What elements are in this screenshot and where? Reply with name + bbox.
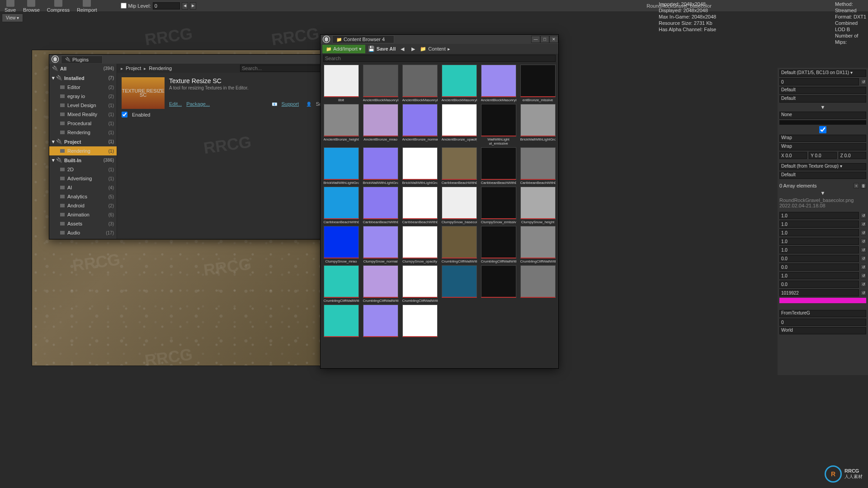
hex-input[interactable] <box>779 289 859 296</box>
cat-installed[interactable]: ▾ 🔌 Installed(7) <box>49 73 117 83</box>
asset-item[interactable]: ClumpySnow_mrao <box>322 226 360 263</box>
value-spinner[interactable] <box>779 238 859 245</box>
asset-item[interactable] <box>519 265 557 303</box>
reimport-button[interactable]: Reimport <box>75 0 99 14</box>
texgroup-dropdown[interactable]: Default (from Texture Group) ▾ <box>779 163 866 170</box>
x-input[interactable] <box>779 152 807 159</box>
asset-item[interactable]: ClumpySnow_opacity <box>401 226 439 263</box>
wrap-x-dropdown[interactable]: Wrap <box>779 135 866 142</box>
asset-item[interactable]: AncientBronze_normal <box>401 104 439 145</box>
asset-item[interactable] <box>322 305 360 338</box>
sidebar-item[interactable]: Analytics(5) <box>49 192 117 201</box>
crumb-rendering[interactable]: Rendering <box>149 66 172 71</box>
view-dropdown[interactable]: View ▾ <box>2 14 23 22</box>
cb-maximize-button[interactable]: □ <box>540 36 549 43</box>
asset-item[interactable]: entBronze_missive <box>519 65 557 102</box>
sidebar-item[interactable]: 2D(1) <box>49 165 117 174</box>
asset-item[interactable]: CrumblingCliffWallWithShrubs_baseco <box>440 226 478 263</box>
asset-item[interactable]: CaribbeanBeachWithDebris_basec <box>440 147 478 185</box>
plugins-tab[interactable]: 🔌 Plugins <box>61 56 103 63</box>
cb-close-button[interactable]: ✕ <box>549 36 558 43</box>
crumb-project[interactable]: Project <box>126 66 141 71</box>
asset-item[interactable]: CrumblingCliffWallWithShrubs_mrao <box>322 265 360 303</box>
asset-item[interactable]: BrickWallWithLightGrout_opacity <box>401 147 439 185</box>
fromtex-dropdown[interactable]: FromTextureG <box>779 310 866 317</box>
sidebar-item[interactable]: Editor(2) <box>49 83 117 92</box>
compress-button[interactable]: Compress <box>45 0 71 14</box>
mip-prev-button[interactable]: ◀ <box>182 2 188 9</box>
sidebar-item[interactable]: Mixed Reality(1) <box>49 110 117 119</box>
cb-tab[interactable]: 📁 Content Browser 4 <box>332 35 394 43</box>
cb-minimize-button[interactable]: — <box>531 36 540 43</box>
plugin-enabled-checkbox[interactable] <box>122 112 127 117</box>
mip-value-input[interactable] <box>153 2 180 9</box>
asset-item[interactable]: CaribbeanBeachWithDebris_emissive <box>480 147 517 185</box>
sidebar-item[interactable]: Level Design(1) <box>49 101 117 110</box>
asset-item[interactable] <box>362 305 399 338</box>
sidebar-item[interactable]: Rendering(1) <box>49 146 117 155</box>
default-dropdown-1[interactable]: Default <box>779 87 866 94</box>
asset-item[interactable]: CrumblingCliffWallWithShrubs_opacity <box>401 265 439 303</box>
value-spinner[interactable] <box>779 229 859 236</box>
sidebar-item[interactable]: Augmented Real(12) <box>49 237 117 239</box>
cat-project[interactable]: ▾ 🔌 Project(1) <box>49 137 117 146</box>
sidebar-item[interactable]: Assets(3) <box>49 219 117 228</box>
sidebar-item[interactable]: Rendering(1) <box>49 128 117 137</box>
mip-next-button[interactable]: ▶ <box>190 2 196 9</box>
sidebar-item[interactable]: Animation(6) <box>49 210 117 219</box>
asset-item[interactable]: ClumpySnow_emissive <box>480 187 517 224</box>
default-dropdown-3[interactable]: Default <box>779 172 866 179</box>
sidebar-item[interactable]: AI(4) <box>49 183 117 192</box>
asset-item[interactable]: AncientBlockMasonryDark_height <box>401 65 439 102</box>
asset-item[interactable]: AncientBlockMasonryDark_normal <box>480 65 517 102</box>
detail-checkbox[interactable] <box>779 126 866 133</box>
asset-item[interactable]: ClumpySnow_basecolor <box>440 187 478 224</box>
value-spinner[interactable] <box>779 221 859 228</box>
value-spinner[interactable] <box>779 281 859 288</box>
asset-item[interactable]: AncientBronze_mrao <box>362 104 399 145</box>
back-button[interactable]: ◀ <box>398 45 406 53</box>
add-element-icon[interactable]: + <box>854 183 859 188</box>
clear-elements-icon[interactable]: 🗑 <box>861 183 866 188</box>
sidebar-item[interactable]: Advertising(1) <box>49 174 117 183</box>
y-input[interactable] <box>809 152 836 159</box>
path-breadcrumb[interactable]: 📁 Content ▸ <box>420 46 450 52</box>
save-all-button[interactable]: 💾 Save All <box>368 46 396 52</box>
forward-button[interactable]: ▶ <box>409 45 417 53</box>
asset-item[interactable]: AncientBlockMasonryDark_mrao <box>440 65 478 102</box>
asset-item[interactable]: AncientBlockMasonryDark_basecolor <box>362 65 399 102</box>
asset-item[interactable]: CaribbeanBeachWithDebris_height <box>519 147 557 185</box>
default-dropdown-2[interactable]: Default <box>779 95 866 103</box>
sidebar-item[interactable]: Android(2) <box>49 201 117 210</box>
asset-item[interactable]: CrumblingCliffWallWithShrubs_height <box>519 226 557 263</box>
package-link[interactable]: Package... <box>186 101 210 107</box>
asset-item[interactable]: CaribbeanBeachWithDebris_normal <box>362 187 399 224</box>
value-spinner[interactable] <box>779 263 859 271</box>
zero-input[interactable] <box>779 319 866 326</box>
asset-item[interactable] <box>401 305 439 338</box>
asset-item[interactable]: WallWithLight ut_emissive <box>480 104 517 145</box>
cb-titlebar[interactable]: 📁 Content Browser 4 — □ ✕ <box>321 35 558 44</box>
compression-dropdown[interactable]: Default (DXT1/5, BC1/3 on DX11) ▾ <box>779 70 866 77</box>
browse-button[interactable]: Browse <box>21 0 42 14</box>
asset-item[interactable]: ClumpySnow_height <box>519 187 557 224</box>
asset-item[interactable]: BrickWallWithLightGrout_mrao <box>322 147 360 185</box>
add-import-button[interactable]: 📁 Add/Import ▾ <box>322 45 365 53</box>
value-spinner[interactable] <box>779 246 859 253</box>
asset-item[interactable]: CrumblingCliffWallWithShrubs_emissiv <box>480 226 517 263</box>
wrap-y-dropdown[interactable]: Wrap <box>779 143 866 150</box>
asset-item[interactable]: AncientBronze_height <box>322 104 360 145</box>
none-dropdown[interactable]: None <box>779 112 866 119</box>
cb-search-input[interactable] <box>323 55 556 62</box>
sidebar-item[interactable]: Procedural(1) <box>49 119 117 128</box>
value-spinner[interactable] <box>779 212 859 219</box>
support-link[interactable]: Support <box>282 101 299 107</box>
world-dropdown[interactable]: World <box>779 327 866 334</box>
asset-item[interactable] <box>440 265 478 303</box>
asset-item[interactable]: CaribbeanBeachWithDebris_opacity <box>401 187 439 224</box>
asset-item[interactable]: ClumpySnow_normal <box>362 226 399 263</box>
spinner-1[interactable] <box>779 78 859 85</box>
z-input[interactable] <box>839 152 866 159</box>
value-spinner[interactable] <box>779 272 859 279</box>
asset-item[interactable] <box>480 265 517 303</box>
